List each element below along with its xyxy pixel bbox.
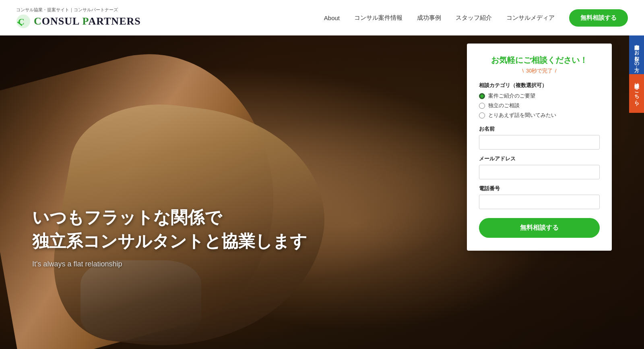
radio-item-2[interactable]: 独立のご相談 — [479, 102, 600, 109]
radio-listen[interactable] — [479, 112, 485, 118]
nav-cases[interactable]: コンサル案件情報 — [354, 14, 402, 22]
phone-field-group: 電話番号 — [479, 185, 600, 209]
logo-text: CONSUL PARTNERS — [34, 15, 141, 27]
header-cta-button[interactable]: 無料相談する — [569, 9, 628, 27]
logo-main[interactable]: C CONSUL PARTNERS — [16, 14, 141, 29]
radio-label-2: 独立のご相談 — [488, 102, 520, 109]
phone-label: 電話番号 — [479, 185, 600, 192]
hero-text-block: いつもフラットな関係で 独立系コンサルタントと協業します It's always… — [32, 206, 307, 268]
nav-about[interactable]: About — [324, 15, 340, 21]
glasses-decoration — [80, 260, 201, 341]
hero-sub-text: It's always a flat relationship — [32, 260, 307, 268]
form-subtitle-text: 30秒で完了 — [526, 68, 553, 74]
name-label: お名前 — [479, 125, 600, 133]
radio-independent[interactable] — [479, 103, 485, 109]
email-input[interactable] — [479, 165, 600, 179]
nav-media[interactable]: コンサルメディア — [506, 14, 555, 22]
hero-text-line2: 独立系コンサルタントと協業します — [32, 230, 307, 253]
nav-staff[interactable]: スタッフ紹介 — [456, 14, 492, 22]
logo-icon: C — [16, 14, 31, 29]
email-label: メールアドレス — [479, 155, 600, 162]
side-tab-corporate[interactable]: 企業様はこちら→ — [629, 74, 644, 113]
phone-input[interactable] — [479, 195, 600, 209]
form-title: お気軽にご相談ください！ — [479, 55, 600, 66]
hero-main-text: いつもフラットな関係で 独立系コンサルタントと協業します — [32, 206, 307, 253]
radio-cases[interactable] — [479, 93, 485, 99]
form-subtitle: 30秒で完了 — [479, 67, 600, 75]
nav-success[interactable]: 成功事例 — [417, 14, 441, 22]
radio-label-1: 案件ご紹介のご要望 — [488, 92, 535, 100]
side-tab-corporate-label: 企業様はこちら→ — [634, 80, 640, 107]
logo-area: コンサル協業・提案サイト｜コンサルパートナーズ C CONSUL PARTNER… — [16, 7, 141, 29]
hero-section: いつもフラットな関係で 独立系コンサルタントと協業します It's always… — [0, 35, 644, 349]
hero-text-line1: いつもフラットな関係で — [32, 206, 307, 230]
side-tab-freelance-label: 副業案件をお探しの方→ — [634, 41, 640, 69]
radio-item-3[interactable]: とりあえず話を聞いてみたい — [479, 112, 600, 119]
email-field-group: メールアドレス — [479, 155, 600, 179]
side-tabs: 副業案件をお探しの方→ 企業様はこちら→ — [629, 35, 644, 113]
radio-item-1[interactable]: 案件ご紹介のご要望 — [479, 92, 600, 100]
category-label: 相談カテゴリ（複数選択可） — [479, 82, 600, 89]
header: コンサル協業・提案サイト｜コンサルパートナーズ C CONSUL PARTNER… — [0, 0, 644, 35]
radio-label-3: とりあえず話を聞いてみたい — [488, 112, 556, 119]
name-field-group: お名前 — [479, 125, 600, 150]
name-input[interactable] — [479, 135, 600, 150]
side-tab-freelance[interactable]: 副業案件をお探しの方→ — [629, 35, 644, 74]
radio-group: 案件ご紹介のご要望 独立のご相談 とりあえず話を聞いてみたい — [479, 92, 600, 119]
logo-tagline: コンサル協業・提案サイト｜コンサルパートナーズ — [16, 7, 141, 13]
main-nav: About コンサル案件情報 成功事例 スタッフ紹介 コンサルメディア 無料相談… — [324, 9, 628, 27]
form-submit-button[interactable]: 無料相談する — [479, 218, 600, 238]
consultation-form-card: お気軽にご相談ください！ 30秒で完了 相談カテゴリ（複数選択可） 案件ご紹介の… — [467, 44, 612, 251]
